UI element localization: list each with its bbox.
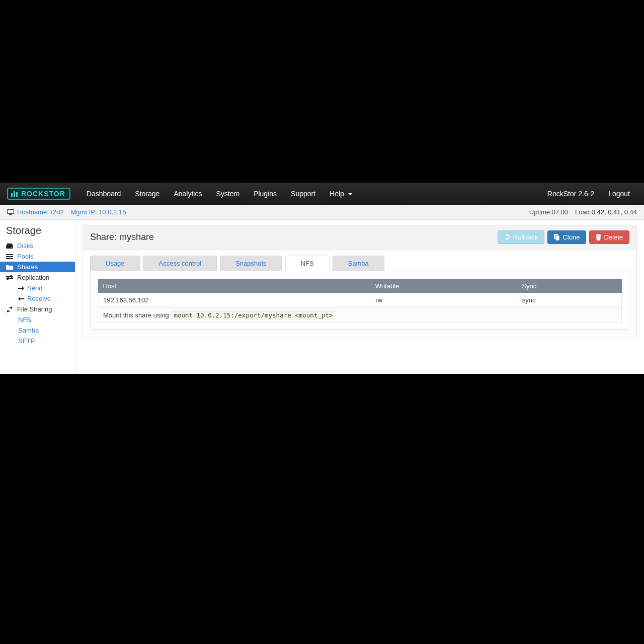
sidebar-item-label: NFS [18,316,31,324]
sidebar-item-label: Samba [18,327,39,334]
sidebar-item-filesharing[interactable]: File Sharing [0,304,75,314]
svg-rect-6 [6,254,13,255]
nav-system[interactable]: System [209,184,247,204]
mount-prefix: Mount this share using [103,311,171,319]
info-bar: Hostname: r2d2 Mgmt IP: 10.0.2.15 Uptime… [0,205,644,220]
sidebar-item-shares[interactable]: Shares [0,262,75,272]
share-panel-header: Share: myshare Rollback Clone [83,225,636,250]
table-row: 192.168.56.102 rw sync [98,293,622,308]
refresh-icon [6,306,14,312]
rockstor-glyph-icon [10,190,19,198]
load-text: Load: 0.42, 0.41, 0.44 [575,208,637,216]
nfs-table: Host Writable Sync 192.168.56.102 rw syn… [98,279,622,323]
col-host: Host [98,279,370,293]
sidebar-item-nfs[interactable]: NFS [0,314,75,325]
cell-sync: sync [517,293,621,308]
hostname-link[interactable]: Hostname: r2d2 [17,208,64,216]
sidebar-item-sftp[interactable]: SFTP [0,336,75,346]
col-writable: Writable [370,279,517,293]
nav-storage[interactable]: Storage [128,184,167,204]
chevron-down-icon [348,193,352,195]
mount-command: mount 10.0.2.15:/export/myshare <mount_p… [171,310,336,320]
share-panel: Share: myshare Rollback Clone [83,225,637,339]
sidebar-item-replication[interactable]: Replication [0,272,75,283]
svg-rect-4 [9,214,12,215]
svg-rect-2 [16,192,18,197]
tab-access-control[interactable]: Access control [143,256,217,271]
folder-open-icon [6,264,14,270]
top-navbar: ROCKSTOR Dashboard Storage Analytics Sys… [0,183,644,205]
nav-analytics[interactable]: Analytics [167,184,209,204]
sidebar-item-label: Pools [17,253,34,260]
page-title: Share: myshare [90,232,154,243]
sidebar-item-send[interactable]: Send [0,283,75,293]
mount-instruction-row: Mount this share using mount 10.0.2.15:/… [98,308,622,323]
arrow-left-icon [18,296,24,301]
mgmt-ip-link[interactable]: Mgmt IP: 10.0.2.15 [71,208,126,216]
nfs-tab-content: Host Writable Sync 192.168.56.102 rw syn… [90,271,629,330]
rollback-button: Rollback [498,230,545,244]
clone-icon [554,234,560,240]
tab-nfs[interactable]: NFS [285,256,330,271]
tab-usage[interactable]: Usage [90,256,140,271]
sidebar-item-receive[interactable]: Receive [0,293,75,304]
nav-help[interactable]: Help [323,184,359,204]
nav-help-label: Help [330,190,344,198]
nav-plugins[interactable]: Plugins [247,184,284,204]
sidebar-item-pools[interactable]: Pools [0,251,75,262]
nav-support[interactable]: Support [284,184,323,204]
uptime-text: Uptime: 07:00 [529,208,568,216]
body: Storage Disks Pools Shares [0,220,644,374]
rollback-icon [504,234,511,240]
sidebar-item-disks[interactable]: Disks [0,240,75,251]
sidebar-item-label: Receive [27,295,51,302]
main-content: Share: myshare Rollback Clone [75,220,644,374]
brand-logo[interactable]: ROCKSTOR [7,188,70,200]
sidebar-item-label: SFTP [18,337,35,345]
nav-version: RockStor 2.6-2 [540,184,601,204]
sidebar-item-label: Disks [17,242,33,250]
sidebar-item-samba[interactable]: Samba [0,325,75,336]
tab-samba[interactable]: Samba [333,256,384,271]
sidebar-item-label: Shares [17,263,38,271]
svg-rect-1 [14,191,15,197]
brand-text: ROCKSTOR [21,190,65,198]
transfer-icon [6,275,14,281]
col-sync: Sync [517,279,621,293]
monitor-icon [7,209,14,215]
svg-rect-7 [6,256,13,257]
delete-button[interactable]: Delete [589,230,629,244]
tab-snapshots[interactable]: Snapshots [220,256,282,271]
trash-icon [596,234,601,240]
sidebar-item-label: Send [27,284,42,292]
disk-icon [6,243,14,249]
sidebar-title: Storage [0,225,75,240]
svg-rect-0 [11,193,13,197]
nav-logout[interactable]: Logout [601,184,637,204]
cell-host: 192.168.56.102 [98,293,370,308]
share-panel-body: Usage Access control Snapshots NFS Samba… [83,250,636,339]
app-window: ROCKSTOR Dashboard Storage Analytics Sys… [0,183,644,374]
svg-rect-3 [8,209,14,213]
list-icon [6,254,14,260]
cell-writable: rw [370,293,517,308]
svg-rect-8 [6,258,13,259]
clone-button[interactable]: Clone [547,230,586,244]
svg-rect-10 [555,235,559,240]
svg-point-5 [12,247,13,248]
sidebar-item-label: Replication [17,274,49,281]
sidebar: Storage Disks Pools Shares [0,220,75,374]
arrow-right-icon [18,286,24,291]
share-tabs: Usage Access control Snapshots NFS Samba [90,256,629,271]
nav-dashboard[interactable]: Dashboard [79,184,128,204]
sidebar-item-label: File Sharing [17,305,52,313]
